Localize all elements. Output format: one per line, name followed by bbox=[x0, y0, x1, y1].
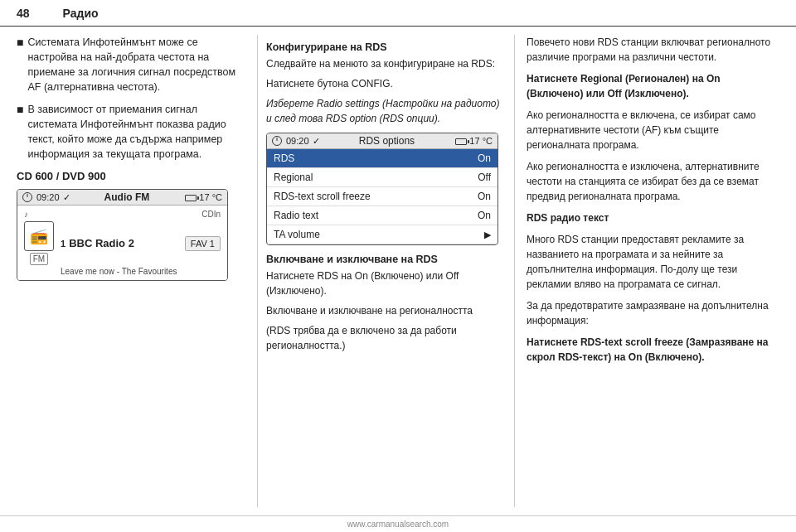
mid-step1: Натиснете бутона CONFIG. bbox=[266, 76, 506, 91]
rds-row-2[interactable]: RDS-text scroll freeze On bbox=[267, 187, 498, 206]
rds-row-0[interactable]: RDS On bbox=[267, 149, 498, 168]
checkmark-icon: ✓ bbox=[63, 192, 70, 203]
device-station-row: 📻 FM 1 BBC Radio 2 FAV 1 bbox=[24, 221, 221, 265]
bullet-item-2: ■ В зависимост от приемания сигнал систе… bbox=[17, 102, 242, 162]
mid-regional-title: Включване и изключване на регионалността bbox=[266, 303, 506, 318]
device-cdin: CDIn bbox=[201, 210, 221, 219]
mid-regional-note: (RDS трябва да е включено за да работи р… bbox=[266, 323, 506, 353]
radio-icon-area: 📻 bbox=[24, 221, 54, 251]
header-bar: 48 Радио bbox=[0, 0, 796, 27]
rds-row-value-1: Off bbox=[478, 172, 491, 183]
song-text: Leave me now - The Favourites bbox=[61, 267, 221, 276]
fm-badge: FM bbox=[30, 253, 48, 265]
rds-row-value-0: On bbox=[478, 152, 491, 164]
right-prevent-action: Натиснете RDS-text scroll freeze (Замраз… bbox=[527, 335, 779, 365]
rds-clock-icon bbox=[272, 136, 282, 146]
device-subtitle-row: ♪ CDIn bbox=[24, 210, 221, 219]
mid-section-title: Конфигуриране на RDS bbox=[266, 41, 506, 53]
battery-icon bbox=[185, 195, 197, 201]
right-para4: Ако регионалността е изключена, алтернат… bbox=[527, 159, 779, 204]
rds-options-screen: 09:20 ✓ RDS options 17 °C RDS On Regiona… bbox=[266, 133, 498, 245]
mid-intro: Следвайте на менюто за конфигуриране на … bbox=[266, 56, 506, 71]
page-number: 48 bbox=[17, 7, 30, 20]
rds-screen-title: RDS options bbox=[359, 135, 415, 147]
mid-step2: Изберете Radio settings (Настройки на ра… bbox=[266, 96, 506, 126]
device-temp: 17 °C bbox=[199, 192, 222, 202]
device-topbar: 09:20 ✓ Audio FM 17 °C bbox=[17, 190, 227, 206]
footer-url: www.carmanualsearch.com bbox=[347, 520, 449, 529]
right-para2: Натиснете Regional (Регионален) на On (В… bbox=[527, 71, 779, 101]
col-mid: Конфигуриране на RDS Следвайте на менюто… bbox=[257, 35, 514, 507]
mid-enable-title: Включване и изключване на RDS bbox=[266, 254, 506, 265]
right-prevent-title: За да предотвратите замразяване на допъл… bbox=[527, 298, 779, 328]
bullet-text-1: Системата Инфотейнмънт може се настройва… bbox=[27, 35, 242, 95]
rds-battery-icon bbox=[455, 138, 467, 145]
footer-bar: www.carmanualsearch.com bbox=[0, 515, 796, 532]
rds-topbar: 09:20 ✓ RDS options 17 °C bbox=[267, 133, 498, 149]
rds-check-icon: ✓ bbox=[313, 136, 320, 147]
right-rds-title: RDS радио текст bbox=[527, 210, 779, 225]
rds-row-arrow-4: ▶ bbox=[484, 230, 491, 240]
speaker-icon: 📻 bbox=[30, 227, 48, 245]
mid-enable-text: Натиснете RDS на On (Включено) или Off (… bbox=[266, 268, 506, 298]
rds-row-label-3: Radio text bbox=[274, 210, 318, 221]
col-left: ■ Системата Инфотейнмънт може се настрой… bbox=[17, 35, 257, 507]
rds-topbar-left: 09:20 ✓ bbox=[272, 136, 320, 147]
device-screen-title: Audio FM bbox=[104, 191, 150, 203]
page-container: 48 Радио ■ Системата Инфотейнмънт може с… bbox=[0, 0, 796, 532]
bullet-item-1: ■ Системата Инфотейнмънт може се настрой… bbox=[17, 35, 242, 95]
content-area: ■ Системата Инфотейнмънт може се настрой… bbox=[0, 27, 796, 515]
fav-badge: FAV 1 bbox=[185, 236, 221, 251]
right-para1: Повечето нови RDS станции включват регио… bbox=[527, 35, 779, 65]
device-time: 09:20 bbox=[36, 192, 60, 202]
device-content: ♪ CDIn 📻 FM 1 BBC R bbox=[17, 206, 227, 280]
page-title: Радио bbox=[63, 7, 99, 20]
rds-row-3[interactable]: Radio text On bbox=[267, 206, 498, 225]
device-topbar-right: 17 °C bbox=[183, 192, 222, 202]
bullet-sym-2: ■ bbox=[17, 101, 23, 118]
rds-row-label-0: RDS bbox=[274, 152, 294, 164]
station-num: 1 bbox=[61, 239, 66, 249]
rds-row-value-3: On bbox=[478, 210, 491, 221]
rds-row-4[interactable]: TA volume ▶ bbox=[267, 225, 498, 244]
clock-icon bbox=[22, 192, 32, 202]
rds-row-label-2: RDS-text scroll freeze bbox=[274, 191, 371, 202]
audio-fm-screen: 09:20 ✓ Audio FM 17 °C ♪ CDIn bbox=[17, 189, 228, 281]
device-topbar-left: 09:20 ✓ bbox=[22, 192, 70, 203]
col-right: Повечето нови RDS станции включват регио… bbox=[514, 35, 779, 507]
station-name: BBC Radio 2 bbox=[69, 237, 134, 249]
rds-time: 09:20 bbox=[286, 136, 309, 146]
rds-row-label-4: TA volume bbox=[274, 229, 320, 240]
bullet-sym-1: ■ bbox=[17, 34, 23, 51]
rds-temp: 17 °C bbox=[469, 136, 493, 146]
right-para3: Ако регионалността е включена, се избира… bbox=[527, 108, 779, 152]
right-rds-body: Много RDS станции предоставят рекламите … bbox=[527, 232, 779, 292]
device-station-info: 1 BBC Radio 2 bbox=[61, 237, 178, 249]
rds-row-label-1: Regional bbox=[274, 172, 313, 183]
device-note-icon: ♪ bbox=[24, 210, 28, 219]
rds-topbar-right: 17 °C bbox=[454, 136, 493, 146]
bullet-text-2: В зависимост от приемания сигнал система… bbox=[27, 102, 242, 162]
left-section-title: CD 600 / DVD 900 bbox=[17, 170, 242, 182]
rds-row-value-2: On bbox=[478, 191, 491, 202]
rds-row-1[interactable]: Regional Off bbox=[267, 168, 498, 187]
